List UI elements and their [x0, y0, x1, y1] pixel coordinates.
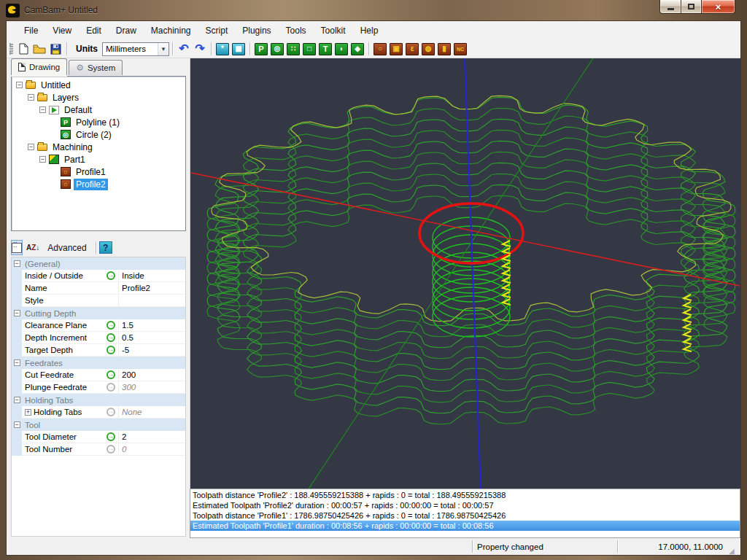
- draw-circle-icon[interactable]: ◎: [270, 42, 285, 56]
- save-file-icon[interactable]: [48, 42, 63, 56]
- draw-polyline-icon[interactable]: P: [254, 42, 268, 56]
- tree-item-untitled[interactable]: −Untitled: [12, 79, 185, 91]
- tree-item-profile2[interactable]: ○Profile2: [12, 178, 185, 190]
- redo-icon[interactable]: ↷: [193, 42, 207, 56]
- tree-item-machining[interactable]: −Machining: [12, 141, 185, 153]
- draw-rectangle-icon[interactable]: □: [302, 42, 317, 56]
- tree-item-polyline-1-[interactable]: PPolyline (1): [12, 116, 185, 128]
- tree-expander[interactable]: −: [39, 156, 46, 163]
- snap-points-icon[interactable]: *: [215, 42, 230, 56]
- property-row-style[interactable]: Style: [12, 295, 185, 307]
- section-collapse-icon[interactable]: −: [14, 397, 20, 403]
- tree-expander[interactable]: −: [39, 106, 46, 113]
- gcode-icon[interactable]: NC: [453, 42, 468, 56]
- menu-script[interactable]: Script: [198, 23, 236, 39]
- tab-drawing[interactable]: Drawing: [11, 58, 67, 75]
- menu-help[interactable]: Help: [353, 23, 386, 39]
- combobox-dropdown-icon[interactable]: ▼: [158, 43, 169, 55]
- log-line[interactable]: Estimated Toolpath 'Profile1' duration :…: [190, 521, 740, 531]
- property-value[interactable]: Inside: [118, 270, 185, 282]
- log-line[interactable]: Toolpath distance 'Profile2' : 188.49555…: [190, 490, 740, 500]
- property-row-tool-diameter[interactable]: Tool Diameter→2: [12, 431, 185, 443]
- property-row-holding-tabs[interactable]: +Holding Tabs→None: [12, 406, 185, 419]
- section-collapse-icon[interactable]: −: [14, 421, 20, 428]
- expand-property-icon[interactable]: +: [25, 409, 31, 416]
- title-bar[interactable]: CamBam+ Untitled ×: [0, 0, 747, 20]
- engrave-mop-icon[interactable]: ε: [405, 42, 419, 56]
- toolbar-separator: [368, 42, 369, 55]
- menu-edit[interactable]: Edit: [79, 23, 109, 39]
- property-row-plunge-feedrate[interactable]: Plunge Feedrate→300: [12, 381, 185, 394]
- undo-icon[interactable]: ↶: [177, 42, 191, 56]
- maximize-button[interactable]: [681, 0, 702, 14]
- property-row-cut-feedrate[interactable]: Cut Feedrate→200: [12, 369, 185, 381]
- advanced-button[interactable]: Advanced: [47, 243, 86, 253]
- property-value[interactable]: None: [118, 406, 185, 419]
- tree-item-circle-2-[interactable]: ◎Circle (2): [12, 128, 185, 141]
- menu-machining[interactable]: Machining: [144, 23, 198, 39]
- property-value[interactable]: 2: [118, 431, 185, 443]
- help-button[interactable]: ?: [99, 241, 112, 254]
- open-file-icon[interactable]: [32, 42, 47, 56]
- property-icon-cell: →: [104, 406, 118, 419]
- tab-system[interactable]: ⚙System: [69, 60, 123, 75]
- resize-grip[interactable]: ◢: [729, 547, 735, 555]
- tree-item-default[interactable]: −Default: [12, 104, 185, 116]
- tree-item-label: Profile2: [74, 179, 108, 190]
- minimize-button[interactable]: [659, 0, 681, 14]
- units-combobox[interactable]: Millimeters▼: [102, 42, 169, 56]
- property-icon-cell: →: [104, 431, 118, 443]
- profile1-toolpath-pass: [207, 152, 735, 380]
- menu-tools[interactable]: Tools: [279, 23, 314, 39]
- tree-expander[interactable]: −: [28, 144, 34, 150]
- property-row-depth-increment[interactable]: Depth Increment→0.5: [12, 332, 185, 344]
- draw-arc-icon[interactable]: ◗: [334, 42, 349, 56]
- pocket-mop-icon[interactable]: ▣: [389, 42, 403, 56]
- property-value[interactable]: 200: [118, 369, 185, 381]
- menu-plugins[interactable]: Plugins: [235, 23, 278, 39]
- profile3d-mop-icon[interactable]: ▮: [437, 42, 452, 56]
- snap-grid-icon[interactable]: ▦: [231, 42, 246, 56]
- menu-toolkit[interactable]: Toolkit: [314, 23, 353, 39]
- tree-expander[interactable]: −: [16, 82, 23, 88]
- viewport-3d[interactable]: [190, 58, 740, 489]
- polyline-icon: P: [61, 117, 71, 127]
- toolbar-separator: [249, 42, 250, 55]
- property-value[interactable]: 1.5: [118, 319, 185, 332]
- property-icon-cell: [104, 282, 118, 295]
- property-value[interactable]: 0: [118, 443, 185, 456]
- panel-splitter[interactable]: [7, 232, 190, 238]
- profile-mop-icon[interactable]: ○: [373, 42, 387, 56]
- property-value[interactable]: Profile2: [118, 282, 185, 295]
- section-collapse-icon[interactable]: −: [14, 310, 20, 316]
- draw-text-icon[interactable]: T: [318, 42, 333, 56]
- menu-view[interactable]: View: [45, 23, 79, 39]
- menu-file[interactable]: File: [17, 23, 45, 39]
- tree-item-layers[interactable]: −Layers: [12, 91, 185, 104]
- draw-points-icon[interactable]: ∷: [286, 42, 301, 56]
- property-row-tool-number[interactable]: Tool Number→0: [12, 443, 185, 456]
- property-row-inside-outside[interactable]: Inside / Outside→Inside: [12, 270, 185, 282]
- categorized-button[interactable]: [11, 240, 23, 255]
- property-value[interactable]: [118, 295, 185, 307]
- tree-item-part1[interactable]: −Part1: [12, 153, 185, 166]
- tree-expander[interactable]: −: [28, 94, 34, 101]
- drill-mop-icon[interactable]: ◍: [421, 42, 436, 56]
- log-line[interactable]: Toolpath distance 'Profile1' : 1786.9875…: [190, 510, 740, 521]
- section-collapse-icon[interactable]: −: [14, 359, 20, 366]
- property-value[interactable]: 300: [118, 381, 185, 394]
- property-row-clearance-plane[interactable]: Clearance Plane→1.5: [12, 319, 185, 332]
- log-line[interactable]: Estimated Toolpath 'Profile2' duration :…: [190, 500, 740, 510]
- close-button[interactable]: ×: [702, 0, 735, 14]
- property-value[interactable]: -5: [118, 344, 185, 357]
- menu-draw[interactable]: Draw: [109, 23, 144, 39]
- tree-item-profile1[interactable]: ○Profile1: [12, 166, 185, 178]
- property-value[interactable]: 0.5: [118, 332, 185, 344]
- grid-gutter: [12, 406, 22, 419]
- alphabetical-sort-button[interactable]: AZ↓: [26, 240, 40, 255]
- property-row-target-depth[interactable]: Target Depth→-5: [12, 344, 185, 357]
- section-collapse-icon[interactable]: −: [14, 260, 20, 267]
- new-file-icon[interactable]: [16, 42, 31, 56]
- draw-surface-icon[interactable]: ◈: [350, 42, 365, 56]
- property-row-name[interactable]: NameProfile2: [12, 282, 185, 295]
